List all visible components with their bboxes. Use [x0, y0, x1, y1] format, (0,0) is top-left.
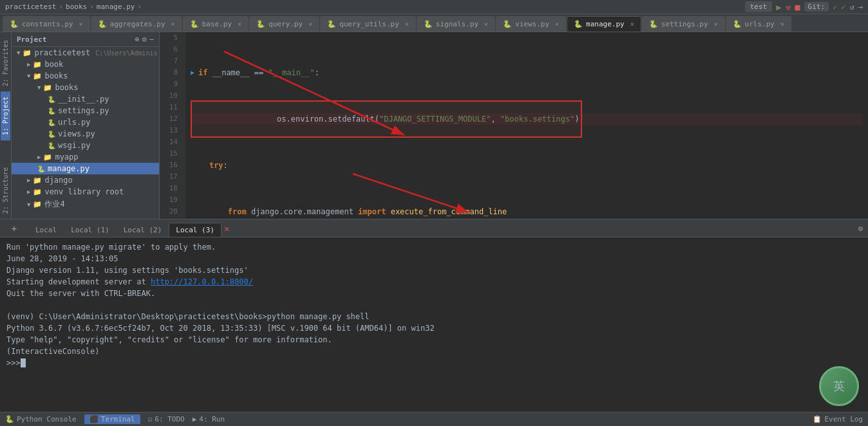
- python-console-tab[interactable]: 🐍 Python Console: [5, 415, 77, 423]
- terminal-prompt[interactable]: >>>: [6, 357, 862, 369]
- sidebar-title: Project: [17, 35, 46, 44]
- tree-item-books[interactable]: ▼ 📁 books: [12, 70, 159, 82]
- status-bar: 🐍 Python Console ⬛ Terminal ☑ 6: TODO ▶ …: [0, 412, 868, 426]
- tab-label-query: query.py: [269, 20, 303, 28]
- panel-tab-local1[interactable]: Local (1): [64, 223, 117, 237]
- editor-tabs: 🐍 constants.py × 🐍 aggregates.py × 🐍 bas…: [0, 14, 868, 32]
- tab-close-query[interactable]: ×: [308, 21, 312, 28]
- tab-close-settings[interactable]: ×: [714, 21, 718, 28]
- tab-manage[interactable]: 🐍 manage.py ×: [567, 16, 641, 32]
- highlight-box: os.environ.setdefault("DJANGO_SETTINGS_M…: [191, 100, 582, 138]
- tab-close-signals[interactable]: ×: [484, 21, 488, 28]
- tab-icon-query-utils: 🐍: [327, 20, 336, 28]
- structure-tab[interactable]: 2: Structure: [1, 162, 10, 219]
- favorites-tab[interactable]: 2: Favorites: [1, 35, 10, 91]
- tab-icon-aggregates: 🐍: [98, 20, 107, 28]
- tab-views[interactable]: 🐍 views.py ×: [496, 16, 566, 32]
- tab-base[interactable]: 🐍 base.py ×: [183, 16, 249, 32]
- tab-close-aggregates[interactable]: ×: [171, 21, 175, 28]
- title-bar: practicetest › books › manage.py › test …: [0, 0, 868, 14]
- code-editor[interactable]: 5 6 7 8 9 10 11 12 13 14 15 16 17 18 19 …: [160, 32, 868, 219]
- panel-tab-local[interactable]: Local: [28, 223, 64, 237]
- tree-item-book[interactable]: ▶ 📁 book: [12, 59, 159, 70]
- tree-item-django[interactable]: ▶ 📁 django: [12, 174, 159, 186]
- terminal-icon: ⬛: [90, 415, 99, 423]
- init-file-icon: 🐍: [48, 96, 55, 103]
- tree-item-settings[interactable]: 🐍 settings.py: [12, 105, 159, 116]
- panel-tab-local3[interactable]: Local (3): [169, 223, 222, 237]
- terminal-cursor: [21, 358, 26, 367]
- git-refresh-icon[interactable]: ↺: [850, 3, 854, 12]
- event-log-icon: 📋: [813, 415, 822, 423]
- panel-settings-icon[interactable]: ⚙: [858, 224, 863, 233]
- terminal-label: Terminal: [101, 415, 135, 423]
- tree-item-urls[interactable]: 🐍 urls.py: [12, 116, 159, 128]
- tab-close-urls[interactable]: ×: [780, 21, 784, 28]
- terminal-tab[interactable]: ⬛ Terminal: [84, 414, 140, 424]
- tab-close-manage[interactable]: ×: [630, 21, 634, 28]
- tree-item-wsgi[interactable]: 🐍 wsgi.py: [12, 140, 159, 151]
- panel-close-button[interactable]: ✕: [222, 223, 232, 234]
- tree-label-django: django: [44, 176, 72, 185]
- tab-aggregates[interactable]: 🐍 aggregates.py ×: [91, 16, 182, 32]
- tab-constants[interactable]: 🐍 constants.py ×: [3, 16, 90, 32]
- tree-item-views[interactable]: 🐍 views.py: [12, 128, 159, 140]
- tree-item-myapp[interactable]: ▶ 📁 myapp: [12, 151, 159, 163]
- tree-item-venv[interactable]: ▶ 📁 venv library root: [12, 186, 159, 198]
- tree-item-homework[interactable]: ▼ 📁 作业4: [12, 198, 159, 211]
- ln-16: 16: [160, 160, 182, 171]
- breadcrumb: practicetest › books › manage.py ›: [5, 3, 142, 11]
- tree-label-homework: 作业4: [44, 199, 64, 210]
- breadcrumb-file[interactable]: manage.py: [97, 3, 135, 11]
- ln-13: 13: [160, 125, 182, 136]
- event-log-area: 📋 Event Log: [813, 415, 863, 423]
- sidebar-add-icon[interactable]: ⊕: [135, 35, 139, 44]
- git-forward-icon[interactable]: →: [858, 3, 863, 12]
- panel-header: + Local Local (1) Local (2) Local (3) ✕ …: [0, 219, 868, 237]
- tab-label-base: base.py: [202, 20, 232, 28]
- tab-close-query-utils[interactable]: ×: [405, 21, 409, 28]
- tab-signals[interactable]: 🐍 signals.py ×: [417, 16, 495, 32]
- breadcrumb-folder[interactable]: books: [66, 3, 87, 11]
- root-folder-icon: 📁: [23, 49, 32, 57]
- todo-tab[interactable]: ☑ 6: TODO: [148, 415, 185, 423]
- code-content[interactable]: ▶ if __name__ == "__main__": os.environ.…: [185, 32, 868, 219]
- event-log-label: Event Log: [824, 415, 863, 423]
- tree-label-myapp: myapp: [55, 153, 78, 162]
- sidebar-collapse-icon[interactable]: −: [149, 35, 154, 44]
- terminal-output[interactable]: Run 'python manage.py migrate' to apply …: [0, 237, 868, 412]
- tab-query[interactable]: 🐍 query.py ×: [249, 16, 319, 32]
- tab-close-base[interactable]: ×: [238, 21, 241, 28]
- server-link[interactable]: http://127.0.0.1:8000/: [151, 277, 253, 286]
- build-button[interactable]: ⚒: [786, 2, 791, 12]
- tab-icon-manage: 🐍: [574, 20, 583, 28]
- stop-button[interactable]: ■: [795, 2, 800, 12]
- run-config-label[interactable]: test: [745, 1, 773, 12]
- git-check2-icon[interactable]: ✓: [841, 3, 845, 12]
- ln-9: 9: [160, 79, 182, 90]
- ln-12: 12: [160, 113, 182, 125]
- tab-query-utils[interactable]: 🐍 query_utils.py ×: [320, 16, 416, 32]
- urls-file-icon: 🐍: [48, 119, 55, 126]
- tab-close-constants[interactable]: ×: [79, 21, 82, 28]
- code-line-7: try:: [191, 160, 863, 171]
- project-tab[interactable]: 1: Project: [1, 91, 10, 140]
- panel-add-button[interactable]: +: [5, 219, 23, 237]
- homework-folder-icon: 📁: [33, 200, 42, 208]
- run-button[interactable]: ▶: [776, 2, 781, 12]
- tree-item-root[interactable]: ▼ 📁 practicetest C:\Users\Adminis: [12, 47, 159, 59]
- tab-icon-signals: 🐍: [424, 20, 433, 28]
- git-check-icon[interactable]: ✓: [833, 3, 837, 12]
- tree-item-books-inner[interactable]: ▼ 📁 books: [12, 82, 159, 93]
- event-log-tab[interactable]: 📋 Event Log: [813, 415, 863, 423]
- tab-urls[interactable]: 🐍 urls.py ×: [726, 16, 791, 32]
- breadcrumb-project[interactable]: practicetest: [5, 3, 56, 11]
- sidebar-settings-icon[interactable]: ⚙: [142, 35, 147, 44]
- tree-item-init[interactable]: 🐍 __init__.py: [12, 93, 159, 105]
- run-tab[interactable]: ▶ 4: Run: [193, 415, 225, 423]
- panel-tab-local2[interactable]: Local (2): [117, 223, 169, 237]
- venv-folder-icon: 📁: [33, 188, 42, 196]
- tab-close-views[interactable]: ×: [555, 21, 559, 28]
- tree-item-manage[interactable]: 🐍 manage.py: [12, 163, 159, 174]
- tab-settings[interactable]: 🐍 settings.py ×: [642, 16, 725, 32]
